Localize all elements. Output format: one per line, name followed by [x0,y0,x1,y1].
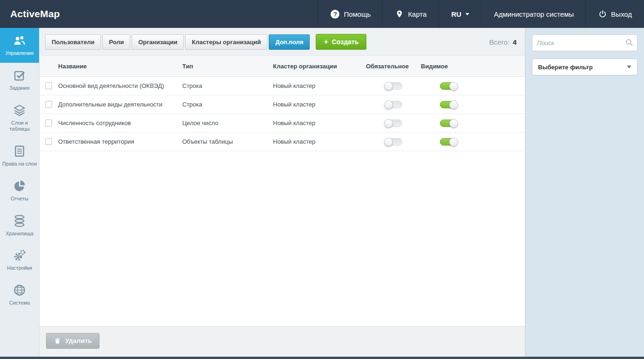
users-icon [13,33,27,47]
toggle-knob [449,82,458,91]
total-label: Всего: [489,38,510,46]
sidebar-item-storages[interactable]: Хранилища [0,208,39,243]
main-content: Пользователи Роли Организации Кластеры о… [40,28,525,357]
row-checkbox[interactable] [45,101,52,108]
map-label: Карта [408,10,426,18]
admin-label: Администратор системы [494,10,574,18]
tab-roles[interactable]: Роли [102,34,130,50]
sidebar-item-label: Хранилища [6,231,33,237]
required-toggle[interactable] [385,138,402,146]
visible-toggle[interactable] [440,120,458,127]
tab-users[interactable]: Пользователи [45,34,101,50]
total-count: Всего: 4 [489,38,517,46]
row-checkbox-cell [45,138,58,145]
tab-bar: Пользователи Роли Организации Кластеры о… [40,28,525,55]
row-checkbox-cell [45,101,58,108]
app-window: ActiveMap ? Помощь Карта RU Администрато… [0,0,644,359]
header-required: Обязательное [366,63,421,70]
row-checkbox-cell [45,82,58,89]
required-toggle[interactable] [385,120,402,127]
toggle-knob [384,138,393,146]
plus-icon: + [324,38,328,46]
tab-org-clusters[interactable]: Кластеры организаций [185,34,267,50]
sidebar-item-management[interactable]: Управление [0,28,39,63]
sidebar-item-label: Задания [9,85,29,92]
total-value: 4 [513,38,517,46]
row-required-cell [366,120,421,127]
row-visible-cell [421,101,477,108]
map-button[interactable]: Карта [383,0,438,28]
row-required-cell [366,82,421,90]
table-row: Ответственная территория Объекты таблицы… [40,133,525,151]
toggle-knob [449,119,458,128]
create-button[interactable]: + Создать [316,34,366,50]
sidebar-item-label: Слои и таблицы [1,120,38,133]
row-checkbox[interactable] [45,120,52,126]
required-toggle[interactable] [385,101,402,108]
sidebar-item-label: Управление [5,50,33,57]
sidebar-item-label: Права на слои [2,161,37,167]
trash-icon [54,337,61,345]
sidebar-item-label: Отчеты [11,196,28,202]
sidebar-item-layers-tables[interactable]: Слои и таблицы [0,98,39,139]
row-required-cell [366,101,421,108]
topbar-nav: ? Помощь Карта RU Администратор системы [318,0,644,28]
globe-icon [13,283,27,297]
sidebar-item-tasks[interactable]: Задания [0,63,39,98]
header-type: Тип [182,63,273,70]
row-cluster: Новый кластер [273,138,366,145]
sidebar-item-label: Настройки [7,265,32,272]
language-label: RU [451,10,462,18]
filter-select[interactable]: Выберите фильтр [532,59,637,75]
row-checkbox[interactable] [45,82,52,89]
row-type: Объекты таблицы [182,138,273,145]
row-visible-cell [421,138,477,146]
help-icon: ? [331,10,339,19]
logout-label: Выход [611,10,632,18]
row-name: Численность сотрудников [58,120,182,126]
map-pin-icon [395,10,404,18]
admin-user-menu[interactable]: Администратор системы [481,0,586,28]
toggle-knob [384,82,393,91]
row-name: Дополнительные виды деятельности [58,101,182,108]
tasks-check-icon [13,68,27,82]
required-toggle[interactable] [385,82,402,90]
sidebar-item-reports[interactable]: Отчеты [0,173,39,208]
row-checkbox-cell [45,120,58,126]
table-body: Основной вид деятельности (ОКВЭД) Строка… [40,77,525,151]
delete-button[interactable]: Удалить [46,333,100,349]
logout-button[interactable]: Выход [586,0,644,28]
topbar: ActiveMap ? Помощь Карта RU Администрато… [0,0,644,28]
table-row: Численность сотрудников Целое число Новы… [40,114,525,133]
row-type: Целое число [182,120,273,126]
table-header: Название Тип Кластер организации Обязате… [40,55,525,77]
row-checkbox[interactable] [45,138,52,145]
visible-toggle[interactable] [440,101,458,108]
sidebar-item-settings[interactable]: Настройки [0,243,39,278]
language-selector[interactable]: RU [439,0,482,28]
visible-toggle[interactable] [440,138,458,146]
footer-bar: Удалить [40,326,525,357]
table-empty-space [40,151,525,326]
help-button[interactable]: ? Помощь [318,0,383,28]
visible-toggle[interactable] [440,82,458,90]
row-required-cell [366,138,421,146]
row-name: Ответственная территория [58,138,182,145]
pie-chart-icon [13,179,27,193]
table-row: Основной вид деятельности (ОКВЭД) Строка… [40,77,525,95]
tab-organizations[interactable]: Организации [132,34,184,50]
row-visible-cell [421,120,477,127]
help-label: Помощь [344,10,371,18]
search-icon [625,38,634,47]
row-visible-cell [421,82,477,90]
search-input[interactable] [532,34,637,51]
delete-button-label: Удалить [65,337,92,345]
sidebar-item-system[interactable]: Система [0,278,39,312]
header-name: Название [58,63,182,70]
filter-select-label: Выберите фильтр [538,64,593,71]
create-button-label: Создать [332,38,359,46]
toggle-knob [384,119,393,128]
right-panel: Выберите фильтр [525,28,644,357]
sidebar-item-layer-rights[interactable]: Права на слои [0,139,39,173]
tab-extra-fields[interactable]: Доп.поля [269,34,310,50]
